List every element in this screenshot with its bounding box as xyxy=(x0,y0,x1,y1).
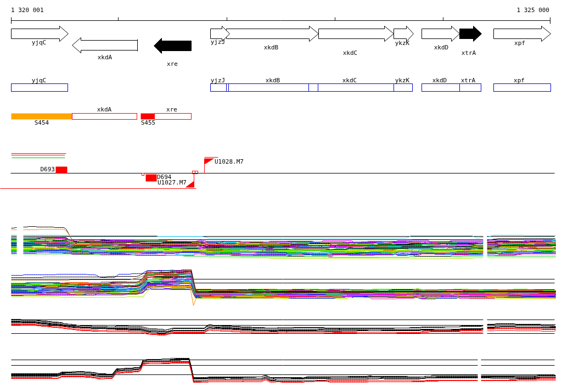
gene-label-xkdA[interactable]: xkdA xyxy=(98,54,113,60)
gene-label-yjqC[interactable]: yjqC xyxy=(32,40,47,46)
cds-label-xpf[interactable]: xpf xyxy=(514,77,525,83)
gene-label-xre[interactable]: xre xyxy=(167,61,178,67)
gene-label-ykzK[interactable]: ykzK xyxy=(395,40,410,46)
gene-label-yjzJ[interactable]: yjzJ xyxy=(211,39,226,45)
cds-label-ykzK[interactable]: ykzK xyxy=(395,77,410,83)
ruler-start-label: 1 320 001 xyxy=(11,7,44,13)
cds-label-xkdB[interactable]: xkdB xyxy=(266,77,280,83)
probe-label-D693[interactable]: D693 xyxy=(41,166,55,172)
gene-label-xkdD[interactable]: xkdD xyxy=(434,44,449,51)
genome-browser: 1 320 0011 325 000yjqCxkdAxreyjzJxkdBxkd… xyxy=(0,0,562,392)
gene-label-xpf[interactable]: xpf xyxy=(514,40,525,46)
cds-label-xtrA[interactable]: xtrA xyxy=(461,77,476,83)
feature-label-xkdA[interactable]: xkdA xyxy=(97,107,112,113)
gene-label-xkdC[interactable]: xkdC xyxy=(343,50,358,56)
cds-label-xkdD[interactable]: xkdD xyxy=(432,77,447,83)
gene-label-xtrA[interactable]: xtrA xyxy=(462,50,476,56)
ruler-end-label: 1 325 000 xyxy=(516,7,549,13)
cds-label-yjqC[interactable]: yjqC xyxy=(32,77,47,83)
cds-label-xkdC[interactable]: xkdC xyxy=(342,77,357,83)
feature-label-xre[interactable]: xre xyxy=(166,107,177,113)
probe-label-U1027[interactable]: U1027.M7 xyxy=(158,180,187,186)
cds-label-yjzJ[interactable]: yjzJ xyxy=(211,77,226,83)
segment-label-S455[interactable]: S455 xyxy=(141,120,156,126)
gene-label-xkdB[interactable]: xkdB xyxy=(264,44,279,51)
tracks-canvas[interactable] xyxy=(0,0,562,392)
probe-label-U1028[interactable]: U1028.M7 xyxy=(215,159,244,165)
segment-label-S454[interactable]: S454 xyxy=(35,120,49,126)
